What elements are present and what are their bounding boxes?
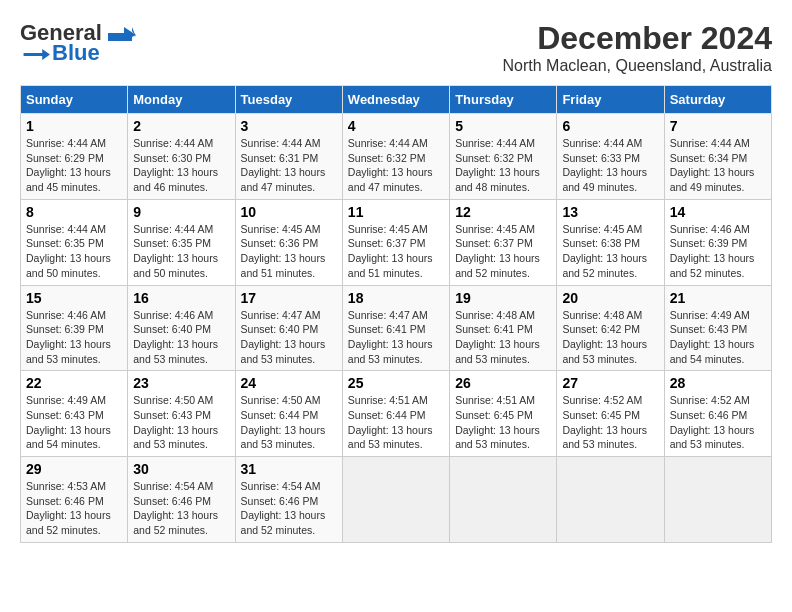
day-detail: Sunrise: 4:54 AM Sunset: 6:46 PM Dayligh… [133, 479, 229, 538]
calendar-cell: 10Sunrise: 4:45 AM Sunset: 6:36 PM Dayli… [235, 199, 342, 285]
calendar-cell: 9Sunrise: 4:44 AM Sunset: 6:35 PM Daylig… [128, 199, 235, 285]
calendar-cell [450, 457, 557, 543]
day-number: 30 [133, 461, 229, 477]
day-number: 11 [348, 204, 444, 220]
day-detail: Sunrise: 4:47 AM Sunset: 6:41 PM Dayligh… [348, 308, 444, 367]
day-detail: Sunrise: 4:46 AM Sunset: 6:39 PM Dayligh… [670, 222, 766, 281]
day-number: 2 [133, 118, 229, 134]
calendar-cell: 27Sunrise: 4:52 AM Sunset: 6:45 PM Dayli… [557, 371, 664, 457]
main-title: December 2024 [503, 20, 772, 57]
day-number: 31 [241, 461, 337, 477]
calendar-cell: 19Sunrise: 4:48 AM Sunset: 6:41 PM Dayli… [450, 285, 557, 371]
calendar-cell [664, 457, 771, 543]
calendar-cell: 3Sunrise: 4:44 AM Sunset: 6:31 PM Daylig… [235, 114, 342, 200]
calendar-cell: 18Sunrise: 4:47 AM Sunset: 6:41 PM Dayli… [342, 285, 449, 371]
day-number: 6 [562, 118, 658, 134]
day-number: 22 [26, 375, 122, 391]
day-detail: Sunrise: 4:44 AM Sunset: 6:34 PM Dayligh… [670, 136, 766, 195]
day-number: 26 [455, 375, 551, 391]
calendar-cell: 16Sunrise: 4:46 AM Sunset: 6:40 PM Dayli… [128, 285, 235, 371]
day-number: 13 [562, 204, 658, 220]
day-detail: Sunrise: 4:48 AM Sunset: 6:41 PM Dayligh… [455, 308, 551, 367]
calendar-cell: 4Sunrise: 4:44 AM Sunset: 6:32 PM Daylig… [342, 114, 449, 200]
day-number: 16 [133, 290, 229, 306]
day-detail: Sunrise: 4:47 AM Sunset: 6:40 PM Dayligh… [241, 308, 337, 367]
calendar-cell: 1Sunrise: 4:44 AM Sunset: 6:29 PM Daylig… [21, 114, 128, 200]
logo-arrow [22, 45, 50, 61]
calendar-cell: 12Sunrise: 4:45 AM Sunset: 6:37 PM Dayli… [450, 199, 557, 285]
day-number: 12 [455, 204, 551, 220]
day-detail: Sunrise: 4:44 AM Sunset: 6:30 PM Dayligh… [133, 136, 229, 195]
calendar-table: SundayMondayTuesdayWednesdayThursdayFrid… [20, 85, 772, 543]
day-number: 8 [26, 204, 122, 220]
calendar-row: 1Sunrise: 4:44 AM Sunset: 6:29 PM Daylig… [21, 114, 772, 200]
calendar-cell: 23Sunrise: 4:50 AM Sunset: 6:43 PM Dayli… [128, 371, 235, 457]
day-number: 1 [26, 118, 122, 134]
day-detail: Sunrise: 4:44 AM Sunset: 6:31 PM Dayligh… [241, 136, 337, 195]
day-number: 29 [26, 461, 122, 477]
calendar-row: 22Sunrise: 4:49 AM Sunset: 6:43 PM Dayli… [21, 371, 772, 457]
day-number: 24 [241, 375, 337, 391]
weekday-header: Saturday [664, 86, 771, 114]
day-number: 25 [348, 375, 444, 391]
calendar-cell: 25Sunrise: 4:51 AM Sunset: 6:44 PM Dayli… [342, 371, 449, 457]
page-header: General Blue December 2024 North Maclean… [20, 20, 772, 75]
weekday-header: Wednesday [342, 86, 449, 114]
calendar-cell [342, 457, 449, 543]
day-number: 21 [670, 290, 766, 306]
day-detail: Sunrise: 4:49 AM Sunset: 6:43 PM Dayligh… [26, 393, 122, 452]
day-detail: Sunrise: 4:44 AM Sunset: 6:35 PM Dayligh… [26, 222, 122, 281]
calendar-row: 29Sunrise: 4:53 AM Sunset: 6:46 PM Dayli… [21, 457, 772, 543]
day-number: 7 [670, 118, 766, 134]
day-number: 20 [562, 290, 658, 306]
day-detail: Sunrise: 4:44 AM Sunset: 6:33 PM Dayligh… [562, 136, 658, 195]
day-number: 14 [670, 204, 766, 220]
calendar-cell: 29Sunrise: 4:53 AM Sunset: 6:46 PM Dayli… [21, 457, 128, 543]
calendar-cell: 7Sunrise: 4:44 AM Sunset: 6:34 PM Daylig… [664, 114, 771, 200]
calendar-cell: 11Sunrise: 4:45 AM Sunset: 6:37 PM Dayli… [342, 199, 449, 285]
day-number: 4 [348, 118, 444, 134]
calendar-cell: 22Sunrise: 4:49 AM Sunset: 6:43 PM Dayli… [21, 371, 128, 457]
day-detail: Sunrise: 4:46 AM Sunset: 6:39 PM Dayligh… [26, 308, 122, 367]
day-number: 5 [455, 118, 551, 134]
day-detail: Sunrise: 4:46 AM Sunset: 6:40 PM Dayligh… [133, 308, 229, 367]
day-detail: Sunrise: 4:45 AM Sunset: 6:38 PM Dayligh… [562, 222, 658, 281]
weekday-header: Thursday [450, 86, 557, 114]
day-detail: Sunrise: 4:44 AM Sunset: 6:32 PM Dayligh… [455, 136, 551, 195]
calendar-cell: 30Sunrise: 4:54 AM Sunset: 6:46 PM Dayli… [128, 457, 235, 543]
day-number: 19 [455, 290, 551, 306]
day-detail: Sunrise: 4:52 AM Sunset: 6:45 PM Dayligh… [562, 393, 658, 452]
calendar-cell [557, 457, 664, 543]
calendar-cell: 15Sunrise: 4:46 AM Sunset: 6:39 PM Dayli… [21, 285, 128, 371]
calendar-cell: 8Sunrise: 4:44 AM Sunset: 6:35 PM Daylig… [21, 199, 128, 285]
calendar-cell: 31Sunrise: 4:54 AM Sunset: 6:46 PM Dayli… [235, 457, 342, 543]
day-number: 9 [133, 204, 229, 220]
day-detail: Sunrise: 4:51 AM Sunset: 6:45 PM Dayligh… [455, 393, 551, 452]
calendar-cell: 2Sunrise: 4:44 AM Sunset: 6:30 PM Daylig… [128, 114, 235, 200]
calendar-cell: 24Sunrise: 4:50 AM Sunset: 6:44 PM Dayli… [235, 371, 342, 457]
calendar-row: 8Sunrise: 4:44 AM Sunset: 6:35 PM Daylig… [21, 199, 772, 285]
day-detail: Sunrise: 4:48 AM Sunset: 6:42 PM Dayligh… [562, 308, 658, 367]
day-number: 10 [241, 204, 337, 220]
header-row: SundayMondayTuesdayWednesdayThursdayFrid… [21, 86, 772, 114]
logo-icon [104, 23, 136, 43]
day-detail: Sunrise: 4:44 AM Sunset: 6:29 PM Dayligh… [26, 136, 122, 195]
title-block: December 2024 North Maclean, Queensland,… [503, 20, 772, 75]
day-detail: Sunrise: 4:49 AM Sunset: 6:43 PM Dayligh… [670, 308, 766, 367]
calendar-cell: 13Sunrise: 4:45 AM Sunset: 6:38 PM Dayli… [557, 199, 664, 285]
day-detail: Sunrise: 4:52 AM Sunset: 6:46 PM Dayligh… [670, 393, 766, 452]
day-number: 3 [241, 118, 337, 134]
subtitle: North Maclean, Queensland, Australia [503, 57, 772, 75]
weekday-header: Tuesday [235, 86, 342, 114]
calendar-cell: 20Sunrise: 4:48 AM Sunset: 6:42 PM Dayli… [557, 285, 664, 371]
day-detail: Sunrise: 4:45 AM Sunset: 6:37 PM Dayligh… [455, 222, 551, 281]
day-number: 15 [26, 290, 122, 306]
day-detail: Sunrise: 4:54 AM Sunset: 6:46 PM Dayligh… [241, 479, 337, 538]
day-number: 18 [348, 290, 444, 306]
calendar-cell: 26Sunrise: 4:51 AM Sunset: 6:45 PM Dayli… [450, 371, 557, 457]
day-detail: Sunrise: 4:53 AM Sunset: 6:46 PM Dayligh… [26, 479, 122, 538]
day-detail: Sunrise: 4:44 AM Sunset: 6:32 PM Dayligh… [348, 136, 444, 195]
logo-blue: Blue [52, 40, 100, 66]
day-detail: Sunrise: 4:51 AM Sunset: 6:44 PM Dayligh… [348, 393, 444, 452]
calendar-row: 15Sunrise: 4:46 AM Sunset: 6:39 PM Dayli… [21, 285, 772, 371]
